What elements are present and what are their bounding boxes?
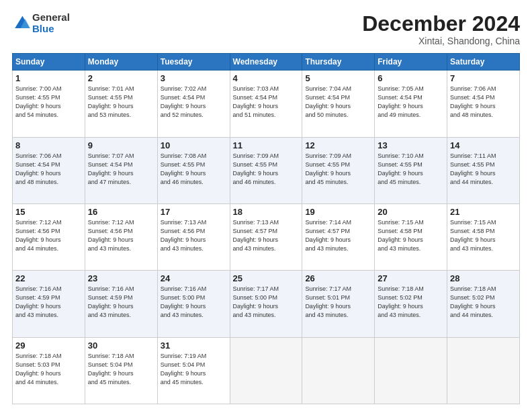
day-number: 1 (15, 73, 82, 83)
calendar-cell: 19Sunrise: 7:14 AM Sunset: 4:57 PM Dayli… (302, 203, 375, 270)
day-info: Sunrise: 7:18 AM Sunset: 5:03 PM Dayligh… (15, 352, 82, 387)
month-title: December 2024 (362, 12, 520, 36)
calendar-cell: 15Sunrise: 7:12 AM Sunset: 4:56 PM Dayli… (13, 203, 85, 270)
calendar-cell: 5Sunrise: 7:04 AM Sunset: 4:54 PM Daylig… (302, 71, 375, 137)
day-number: 8 (15, 140, 82, 150)
calendar-cell: 30Sunrise: 7:18 AM Sunset: 5:04 PM Dayli… (85, 337, 157, 404)
calendar-cell: 10Sunrise: 7:08 AM Sunset: 4:55 PM Dayli… (157, 137, 230, 203)
day-number: 22 (15, 273, 82, 283)
calendar-cell: 3Sunrise: 7:02 AM Sunset: 4:54 PM Daylig… (157, 71, 230, 137)
calendar-cell: 7Sunrise: 7:06 AM Sunset: 4:54 PM Daylig… (447, 71, 520, 137)
calendar-cell (447, 337, 520, 404)
day-info: Sunrise: 7:16 AM Sunset: 5:00 PM Dayligh… (161, 285, 227, 320)
calendar-cell: 20Sunrise: 7:15 AM Sunset: 4:58 PM Dayli… (375, 203, 447, 270)
calendar-cell: 13Sunrise: 7:10 AM Sunset: 4:55 PM Dayli… (375, 137, 447, 203)
day-info: Sunrise: 7:09 AM Sunset: 4:55 PM Dayligh… (305, 152, 371, 187)
day-number: 27 (378, 273, 444, 283)
day-number: 21 (450, 207, 517, 217)
day-info: Sunrise: 7:06 AM Sunset: 4:54 PM Dayligh… (450, 85, 517, 120)
calendar-cell: 23Sunrise: 7:16 AM Sunset: 4:59 PM Dayli… (85, 271, 157, 337)
calendar-cell: 24Sunrise: 7:16 AM Sunset: 5:00 PM Dayli… (157, 271, 230, 337)
day-info: Sunrise: 7:02 AM Sunset: 4:54 PM Dayligh… (161, 85, 227, 120)
day-info: Sunrise: 7:13 AM Sunset: 4:57 PM Dayligh… (233, 218, 300, 253)
calendar-table: SundayMondayTuesdayWednesdayThursdayFrid… (12, 53, 520, 404)
day-number: 16 (88, 207, 154, 217)
calendar-cell: 21Sunrise: 7:15 AM Sunset: 4:58 PM Dayli… (447, 203, 520, 270)
calendar-cell: 14Sunrise: 7:11 AM Sunset: 4:55 PM Dayli… (447, 137, 520, 203)
calendar-cell: 16Sunrise: 7:12 AM Sunset: 4:56 PM Dayli… (85, 203, 157, 270)
day-info: Sunrise: 7:04 AM Sunset: 4:54 PM Dayligh… (305, 85, 371, 120)
weekday-header-thursday: Thursday (302, 54, 375, 71)
day-number: 13 (378, 140, 444, 150)
day-info: Sunrise: 7:05 AM Sunset: 4:54 PM Dayligh… (378, 85, 444, 120)
calendar-cell: 29Sunrise: 7:18 AM Sunset: 5:03 PM Dayli… (13, 337, 85, 404)
day-number: 9 (88, 140, 154, 150)
day-number: 24 (161, 273, 227, 283)
day-info: Sunrise: 7:14 AM Sunset: 4:57 PM Dayligh… (305, 218, 371, 253)
page: General Blue December 2024 Xintai, Shand… (0, 0, 532, 411)
day-number: 20 (378, 207, 444, 217)
day-info: Sunrise: 7:18 AM Sunset: 5:02 PM Dayligh… (450, 285, 517, 320)
logo: General Blue (12, 12, 70, 34)
day-number: 31 (161, 340, 227, 351)
day-info: Sunrise: 7:01 AM Sunset: 4:55 PM Dayligh… (88, 85, 154, 120)
weekday-header-wednesday: Wednesday (230, 54, 302, 71)
day-info: Sunrise: 7:18 AM Sunset: 5:04 PM Dayligh… (88, 352, 154, 387)
calendar-cell: 31Sunrise: 7:19 AM Sunset: 5:04 PM Dayli… (157, 337, 230, 404)
weekday-header-friday: Friday (375, 54, 447, 71)
day-info: Sunrise: 7:16 AM Sunset: 4:59 PM Dayligh… (88, 285, 154, 320)
calendar-cell: 12Sunrise: 7:09 AM Sunset: 4:55 PM Dayli… (302, 137, 375, 203)
calendar-cell: 8Sunrise: 7:06 AM Sunset: 4:54 PM Daylig… (13, 137, 85, 203)
day-number: 11 (233, 140, 300, 150)
day-number: 7 (450, 73, 517, 83)
day-info: Sunrise: 7:10 AM Sunset: 4:55 PM Dayligh… (378, 152, 444, 187)
calendar-cell: 25Sunrise: 7:17 AM Sunset: 5:00 PM Dayli… (230, 271, 302, 337)
logo-icon (12, 14, 31, 33)
calendar-cell: 2Sunrise: 7:01 AM Sunset: 4:55 PM Daylig… (85, 71, 157, 137)
day-info: Sunrise: 7:16 AM Sunset: 4:59 PM Dayligh… (15, 285, 82, 320)
calendar-cell: 28Sunrise: 7:18 AM Sunset: 5:02 PM Dayli… (447, 271, 520, 337)
day-info: Sunrise: 7:12 AM Sunset: 4:56 PM Dayligh… (88, 218, 154, 253)
day-number: 19 (305, 207, 371, 217)
day-info: Sunrise: 7:18 AM Sunset: 5:02 PM Dayligh… (378, 285, 444, 320)
weekday-header-tuesday: Tuesday (157, 54, 230, 71)
day-number: 12 (305, 140, 371, 150)
day-number: 3 (161, 73, 227, 83)
calendar-cell (230, 337, 302, 404)
calendar-cell: 9Sunrise: 7:07 AM Sunset: 4:54 PM Daylig… (85, 137, 157, 203)
calendar-cell: 6Sunrise: 7:05 AM Sunset: 4:54 PM Daylig… (375, 71, 447, 137)
logo-blue-text: Blue (32, 24, 70, 35)
day-number: 23 (88, 273, 154, 283)
calendar-cell: 26Sunrise: 7:17 AM Sunset: 5:01 PM Dayli… (302, 271, 375, 337)
calendar-cell: 22Sunrise: 7:16 AM Sunset: 4:59 PM Dayli… (13, 271, 85, 337)
title-block: December 2024 Xintai, Shandong, China (362, 12, 520, 46)
day-number: 4 (233, 73, 300, 83)
day-number: 6 (378, 73, 444, 83)
day-info: Sunrise: 7:09 AM Sunset: 4:55 PM Dayligh… (233, 152, 300, 187)
calendar-cell: 18Sunrise: 7:13 AM Sunset: 4:57 PM Dayli… (230, 203, 302, 270)
day-info: Sunrise: 7:12 AM Sunset: 4:56 PM Dayligh… (15, 218, 82, 253)
day-number: 10 (161, 140, 227, 150)
day-info: Sunrise: 7:17 AM Sunset: 5:01 PM Dayligh… (305, 285, 371, 320)
day-info: Sunrise: 7:07 AM Sunset: 4:54 PM Dayligh… (88, 152, 154, 187)
day-info: Sunrise: 7:03 AM Sunset: 4:54 PM Dayligh… (233, 85, 300, 120)
day-info: Sunrise: 7:11 AM Sunset: 4:55 PM Dayligh… (450, 152, 517, 187)
day-number: 5 (305, 73, 371, 83)
weekday-header-saturday: Saturday (447, 54, 520, 71)
day-info: Sunrise: 7:06 AM Sunset: 4:54 PM Dayligh… (15, 152, 82, 187)
day-number: 29 (15, 340, 82, 351)
day-info: Sunrise: 7:15 AM Sunset: 4:58 PM Dayligh… (450, 218, 517, 253)
day-info: Sunrise: 7:17 AM Sunset: 5:00 PM Dayligh… (233, 285, 300, 320)
calendar-cell: 27Sunrise: 7:18 AM Sunset: 5:02 PM Dayli… (375, 271, 447, 337)
day-info: Sunrise: 7:08 AM Sunset: 4:55 PM Dayligh… (161, 152, 227, 187)
calendar-cell: 11Sunrise: 7:09 AM Sunset: 4:55 PM Dayli… (230, 137, 302, 203)
day-number: 26 (305, 273, 371, 283)
day-number: 15 (15, 207, 82, 217)
day-info: Sunrise: 7:15 AM Sunset: 4:58 PM Dayligh… (378, 218, 444, 253)
day-number: 14 (450, 140, 517, 150)
day-number: 28 (450, 273, 517, 283)
calendar-cell (375, 337, 447, 404)
location: Xintai, Shandong, China (362, 36, 520, 46)
weekday-header-sunday: Sunday (13, 54, 85, 71)
day-info: Sunrise: 7:00 AM Sunset: 4:55 PM Dayligh… (15, 85, 82, 120)
